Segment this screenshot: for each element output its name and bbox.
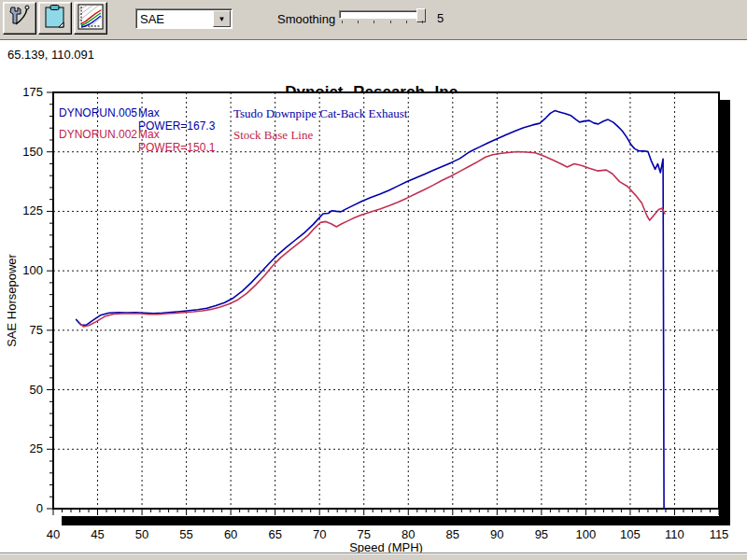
svg-text:SAE Horsepower: SAE Horsepower (5, 253, 19, 346)
svg-text:110: 110 (665, 527, 684, 541)
svg-text:50: 50 (135, 527, 148, 541)
svg-text:25: 25 (30, 441, 43, 455)
svg-text:45: 45 (91, 527, 104, 541)
svg-text:65: 65 (268, 527, 281, 541)
svg-text:105: 105 (620, 527, 641, 541)
svg-text:60: 60 (224, 527, 237, 541)
svg-text:95: 95 (535, 527, 548, 541)
svg-text:70: 70 (313, 527, 326, 541)
svg-text:75: 75 (30, 323, 43, 337)
svg-text:80: 80 (402, 527, 415, 541)
svg-text:100: 100 (22, 263, 43, 277)
svg-text:50: 50 (30, 383, 43, 397)
svg-text:0: 0 (36, 501, 43, 515)
svg-text:40: 40 (47, 527, 60, 541)
legend-max-power: Max POWER=150.1 (138, 128, 233, 154)
svg-text:150: 150 (22, 145, 43, 159)
svg-text:115: 115 (710, 527, 729, 541)
svg-text:175: 175 (22, 85, 43, 99)
dyno-chart-svg[interactable]: 4045505560657075808590951001051101150255… (0, 0, 747, 560)
svg-text:75: 75 (357, 527, 370, 541)
svg-text:85: 85 (446, 527, 459, 541)
legend-run-2: DYNORUN.002 Max POWER=150.1 Stock Base L… (59, 128, 313, 154)
svg-text:100: 100 (576, 527, 597, 541)
svg-text:125: 125 (22, 203, 43, 217)
bottom-edge-strip (0, 553, 747, 560)
legend-description: Stock Base Line (233, 128, 313, 154)
svg-text:90: 90 (490, 527, 503, 541)
legend-run-name: DYNORUN.002 (59, 128, 138, 154)
svg-text:55: 55 (179, 527, 192, 541)
graph-view[interactable]: 65.139, 110.091 Dynojet Research Inc. Do… (0, 40, 747, 552)
